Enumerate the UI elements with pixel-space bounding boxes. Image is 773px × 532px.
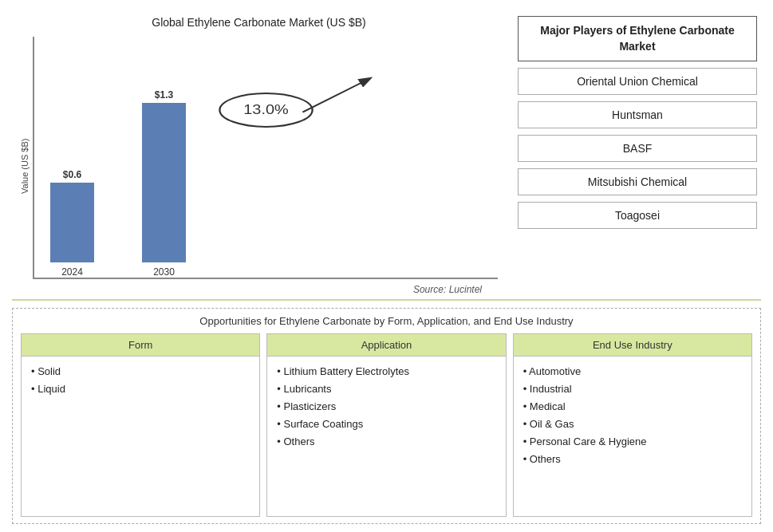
form-item-solid: Solid <box>31 363 250 380</box>
opportunities-title: Opportunities for Ethylene Carbonate by … <box>21 315 752 327</box>
form-column: Form Solid Liquid <box>21 333 260 517</box>
app-item-coatings: Surface Coatings <box>277 416 495 433</box>
chart-area: Global Ethylene Carbonate Market (US $B)… <box>12 8 506 295</box>
bar-2030 <box>142 103 186 262</box>
player-huntsman: Huntsman <box>518 101 757 128</box>
svg-line-2 <box>302 79 369 112</box>
y-axis-label: Value (US $B) <box>20 37 30 295</box>
svg-text:13.0%: 13.0% <box>243 102 288 117</box>
application-header: Application <box>267 334 505 357</box>
annotation-svg: 13.0% <box>34 37 498 278</box>
section-divider <box>12 299 761 301</box>
application-column: Application Lithium Battery Electrolytes… <box>266 333 506 517</box>
enduse-others: Others <box>523 451 742 468</box>
enduse-oilgas: Oil & Gas <box>523 416 742 433</box>
chart-inner: 13.0% $0.6 <box>33 37 498 295</box>
columns-row: Form Solid Liquid Application Lithium Ba… <box>21 333 752 517</box>
source-text: Source: Lucintel <box>33 284 498 295</box>
app-item-lubricants: Lubricants <box>277 380 495 398</box>
player-basf: BASF <box>518 135 757 162</box>
bar-group-2024: $0.6 2024 <box>50 169 94 278</box>
players-area: Major Players of Ethylene Carbonate Mark… <box>514 8 761 295</box>
svg-point-0 <box>219 93 312 127</box>
bar-value-2030: $1.3 <box>155 89 173 100</box>
bar-value-2024: $0.6 <box>63 169 81 180</box>
form-header: Form <box>22 334 259 357</box>
player-mitsubishi: Mitsubishi Chemical <box>518 168 757 195</box>
main-container: Global Ethylene Carbonate Market (US $B)… <box>0 0 773 532</box>
bar-group-2030: $1.3 2030 <box>142 89 186 278</box>
enduse-header: End Use Industry <box>514 334 751 357</box>
bottom-section: Opportunities for Ethylene Carbonate by … <box>12 308 761 524</box>
enduse-automotive: Automotive <box>523 363 742 380</box>
enduse-content: Automotive Industrial Medical Oil & Gas … <box>514 357 751 516</box>
bar-label-2024: 2024 <box>61 266 83 278</box>
chart-title: Global Ethylene Carbonate Market (US $B) <box>152 16 365 29</box>
chart-wrapper: Value (US $B) 13.0% <box>20 37 498 295</box>
app-item-battery: Lithium Battery Electrolytes <box>277 363 495 380</box>
app-item-plasticizers: Plasticizers <box>277 398 495 416</box>
bar-2024 <box>50 183 94 262</box>
players-title: Major Players of Ethylene Carbonate Mark… <box>518 16 757 61</box>
top-section: Global Ethylene Carbonate Market (US $B)… <box>12 8 761 295</box>
form-item-liquid: Liquid <box>31 380 250 398</box>
enduse-personalcare: Personal Care & Hygiene <box>523 433 742 451</box>
player-toagosei: Toagosei <box>518 202 757 229</box>
enduse-medical: Medical <box>523 398 742 416</box>
form-content: Solid Liquid <box>22 357 259 516</box>
application-content: Lithium Battery Electrolytes Lubricants … <box>267 357 505 516</box>
enduse-column: End Use Industry Automotive Industrial M… <box>513 333 752 517</box>
bars-container: 13.0% $0.6 <box>33 37 498 279</box>
player-oriental-union: Oriental Union Chemical <box>518 68 757 95</box>
enduse-industrial: Industrial <box>523 380 742 398</box>
bar-label-2030: 2030 <box>153 266 175 278</box>
app-item-others: Others <box>277 433 495 451</box>
